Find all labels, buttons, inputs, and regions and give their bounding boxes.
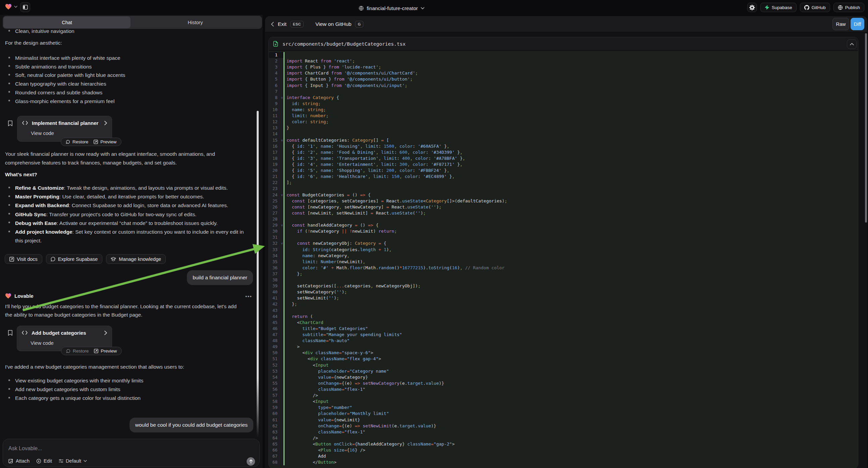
- code-line: 23: [269, 186, 858, 192]
- visit-docs-button[interactable]: Visit docs: [5, 254, 42, 264]
- file-added-icon: [273, 41, 278, 47]
- code-line: 46 title="Budget Categories": [269, 326, 858, 332]
- whats-next-heading: What's next?: [5, 172, 37, 178]
- code-line: 31: [269, 234, 858, 240]
- manage-knowledge-button[interactable]: Manage knowledge: [106, 254, 166, 264]
- file-header[interactable]: src/components/budget/BudgetCategories.t…: [269, 37, 858, 51]
- restore-button-disabled[interactable]: Restore: [66, 349, 89, 353]
- circle-dot-icon: [36, 459, 41, 464]
- preview-button[interactable]: Preview: [94, 349, 117, 353]
- code-line: 66 <Plus size={16} />: [269, 447, 858, 453]
- line-number: 1: [269, 52, 283, 58]
- code-line: 32∨ const newCategoryObj: Category = {: [269, 240, 858, 246]
- composer-input[interactable]: Ask Lovable...: [8, 445, 42, 451]
- top-bar: financial-future-creator Supabase GitHub: [0, 0, 868, 16]
- chevron-right-icon: [104, 331, 107, 335]
- diff-toggle-button[interactable]: Diff: [850, 18, 864, 30]
- line-number: 15∨: [269, 137, 283, 143]
- design-intro: For the design aesthetic:: [5, 40, 62, 46]
- publish-button[interactable]: Publish: [833, 3, 864, 12]
- exit-button[interactable]: Exit: [278, 21, 286, 27]
- list-item: Rounded corners and subtle shadows: [0, 88, 248, 97]
- code-line: 12 color: string;: [269, 119, 858, 125]
- list-item: Refine & Customize: Tweak the design, an…: [0, 184, 250, 193]
- github-label: GitHub: [812, 5, 826, 10]
- code-line: 10 name: string;: [269, 107, 858, 113]
- list-item: Glass-morphic elements for a premium fee…: [0, 97, 248, 106]
- fold-chevron-icon[interactable]: ∨: [281, 137, 283, 143]
- reply-paragraph: I'll help you add budget categories to t…: [5, 302, 242, 319]
- settings-button[interactable]: [747, 3, 757, 12]
- fold-chevron-icon[interactable]: ∨: [281, 222, 283, 228]
- version-card-title: Add budget categories: [32, 330, 104, 336]
- line-number: 48: [269, 338, 283, 344]
- code-line: 29∨ const handleAddCategory = () => {: [269, 222, 858, 228]
- line-number: 23: [269, 186, 283, 192]
- collapse-file-button[interactable]: [847, 39, 857, 49]
- view-code-link[interactable]: View code: [31, 130, 112, 136]
- list-item: Clean typography with clear hierarchies: [0, 80, 248, 88]
- code-line: 55 onChange={(e) => setNewCategory(e.tar…: [269, 380, 858, 386]
- bookmark-icon[interactable]: [8, 330, 12, 336]
- fold-chevron-icon[interactable]: ∨: [281, 95, 283, 101]
- code-line: 57 />: [269, 392, 858, 399]
- explore-supabase-label: Explore Supabase: [58, 257, 98, 262]
- code-line: 49 >: [269, 344, 858, 350]
- chevron-left-icon[interactable]: [271, 22, 274, 27]
- line-number: 66: [269, 447, 283, 453]
- mode-selector[interactable]: Default: [59, 458, 87, 464]
- lovable-heart-icon: [5, 293, 11, 299]
- fold-chevron-icon[interactable]: ∨: [281, 240, 283, 246]
- list-item: Minimalist interface with plenty of whit…: [0, 54, 248, 62]
- line-number: 22: [269, 180, 283, 186]
- code-editor[interactable]: 12import React from 'react';3import { Pl…: [269, 51, 858, 468]
- code-line: 28: [269, 216, 858, 222]
- code-line: 60 placeholder="Monthly limit": [269, 411, 858, 417]
- line-number: 8∨: [269, 95, 283, 101]
- line-number: 18: [269, 155, 283, 162]
- code-line: 33 id: String(categories.length + 1),: [269, 247, 858, 253]
- view-code-link[interactable]: View code: [31, 340, 112, 346]
- scrollback-list: Clean, intuitive navigation: [0, 27, 74, 36]
- code-line: 64 />: [269, 435, 858, 441]
- project-switcher[interactable]: financial-future-creator: [359, 0, 425, 16]
- tab-chat[interactable]: Chat: [3, 17, 130, 28]
- fold-chevron-icon[interactable]: ∨: [281, 192, 283, 198]
- explore-supabase-button[interactable]: Explore Supabase: [46, 254, 103, 264]
- code-line: 25 const [categories, setCategories] = R…: [269, 198, 858, 204]
- attach-button[interactable]: Attach: [8, 458, 30, 464]
- lovable-app: financial-future-creator Supabase GitHub: [0, 0, 868, 468]
- restore-label: Restore: [72, 139, 88, 144]
- code-scrollbar[interactable]: [865, 33, 867, 223]
- edit-button[interactable]: Edit: [36, 458, 52, 464]
- chat-panel: Chat History Clean, intuitive navigation…: [0, 15, 263, 468]
- version-card-header: Implement financial planner: [18, 116, 112, 129]
- chevron-right-icon: [104, 121, 107, 125]
- raw-toggle-button[interactable]: Raw: [832, 18, 849, 30]
- github-button[interactable]: GitHub: [800, 3, 830, 12]
- supabase-button[interactable]: Supabase: [760, 3, 797, 12]
- line-number: 52: [269, 362, 283, 368]
- restore-button[interactable]: Restore: [66, 139, 88, 144]
- message-menu-button[interactable]: •••: [245, 293, 252, 299]
- assistant-header: Lovable: [5, 293, 34, 299]
- project-name: financial-future-creator: [367, 5, 418, 11]
- line-number: 65: [269, 441, 283, 447]
- code-line: 58 <Input: [269, 399, 858, 405]
- chat-scrollbar[interactable]: [257, 111, 259, 437]
- line-number: 51: [269, 356, 283, 362]
- esc-shortcut-badge: ESC: [290, 21, 304, 28]
- line-number: 41: [269, 295, 283, 301]
- view-on-github-button[interactable]: View on GitHub: [315, 21, 351, 27]
- preview-button[interactable]: Preview: [94, 139, 117, 144]
- bookmark-icon[interactable]: [8, 120, 12, 126]
- manage-knowledge-label: Manage knowledge: [119, 257, 161, 262]
- sidebar-toggle-button[interactable]: [20, 2, 30, 12]
- line-number: 26: [269, 204, 283, 210]
- logo-menu[interactable]: [5, 4, 18, 10]
- line-number: 61: [269, 417, 283, 423]
- tab-history[interactable]: History: [130, 16, 260, 29]
- send-button[interactable]: [247, 457, 255, 466]
- external-link-icon: [94, 140, 98, 144]
- code-line: 21 { id: '6', name: 'Healthcare', limit:…: [269, 174, 858, 180]
